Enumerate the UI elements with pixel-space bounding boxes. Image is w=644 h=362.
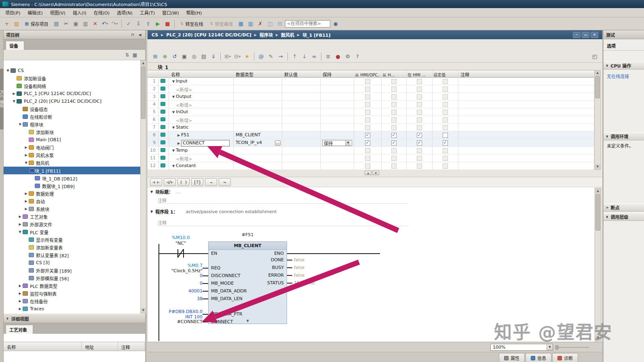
- interface-row-4[interactable]: 4<新增>: [148, 101, 594, 108]
- tree-item-group-electric-valve[interactable]: ▶电动阀门: [4, 144, 140, 151]
- snapshot-button[interactable]: ◎: [190, 52, 198, 61]
- scroll-up-icon[interactable]: ▲: [595, 188, 601, 194]
- expander-icon[interactable]: ▶: [11, 92, 17, 95]
- in-hmi-checkbox[interactable]: [417, 102, 422, 107]
- name-cell[interactable]: ▼Temp: [169, 147, 234, 155]
- section-breakpoints[interactable]: >断点: [604, 203, 644, 212]
- comment-cell[interactable]: [458, 139, 594, 147]
- in-hmi-checkbox[interactable]: [417, 133, 422, 138]
- menu-item[interactable]: 插入(I): [69, 8, 90, 17]
- start-search-button[interactable]: ▥: [246, 19, 255, 28]
- expander-icon[interactable]: ▶: [17, 299, 23, 303]
- contact-operand[interactable]: %M10.0: [156, 235, 206, 240]
- column-header-2[interactable]: 数据类型: [234, 70, 282, 78]
- split-horizontal-button[interactable]: ◫: [266, 19, 274, 28]
- operand-disconnect[interactable]: 0: [148, 273, 203, 278]
- go-online-button[interactable]: ↯转至在线: [177, 19, 206, 28]
- info-tab[interactable]: 信息: [526, 353, 551, 362]
- retain-cell[interactable]: [321, 108, 354, 116]
- expander-icon[interactable]: ▼: [11, 99, 17, 103]
- download-button[interactable]: ⇩: [134, 19, 143, 28]
- expander-icon[interactable]: ▶: [176, 142, 181, 145]
- retain-cell[interactable]: [321, 155, 354, 162]
- in-hmi-checkbox[interactable]: [417, 94, 422, 99]
- type-cell[interactable]: [234, 108, 282, 116]
- scroll-down-icon[interactable]: ▼: [141, 308, 146, 313]
- name-cell[interactable]: <新增>: [169, 101, 234, 108]
- retain-dropdown[interactable]: 保持▼: [322, 140, 352, 146]
- interface-row-11[interactable]: 11<新增>: [148, 155, 594, 162]
- minimize-button[interactable]: ─: [573, 32, 581, 38]
- plc-programming-tab[interactable]: PLC 编程: [0, 69, 4, 129]
- retain-cell[interactable]: [321, 93, 354, 101]
- split-vertical-button[interactable]: ⊟: [275, 19, 284, 28]
- default-value-cell[interactable]: [282, 78, 321, 85]
- tree-item-external-digital[interactable]: 外部开关量 [189]: [4, 267, 140, 274]
- name-edit-field[interactable]: CONNECT: [181, 140, 230, 146]
- default-value-cell[interactable]: [282, 131, 321, 139]
- hmi-opc-checkbox[interactable]: [365, 94, 370, 99]
- menu-item[interactable]: 窗口(W): [158, 8, 182, 17]
- comment-cell[interactable]: [458, 101, 594, 108]
- type-cell[interactable]: [234, 78, 282, 85]
- interface-row-6[interactable]: 6<新增>: [148, 116, 594, 124]
- expander-icon[interactable]: ▼: [17, 123, 23, 126]
- column-header-4[interactable]: 保持: [321, 70, 354, 78]
- comment-cell[interactable]: [458, 124, 594, 131]
- monitor-toggle-button[interactable]: ∞: [310, 52, 319, 61]
- hmi-opc-checkbox[interactable]: [365, 117, 370, 123]
- scroll-thumb[interactable]: [595, 194, 600, 231]
- column-header-6[interactable]: 从 H...: [382, 70, 407, 78]
- setpoint-checkbox[interactable]: [443, 148, 448, 153]
- from-hmi-checkbox[interactable]: [391, 87, 397, 92]
- section-call-environment[interactable]: ∨调用环境: [604, 132, 644, 140]
- column-header-3[interactable]: 默认值: [282, 70, 321, 78]
- comment-cell[interactable]: [458, 116, 594, 124]
- name-cell[interactable]: <新增>: [169, 116, 234, 124]
- hmi-opc-checkbox[interactable]: [365, 87, 370, 92]
- tree-item-group-data-processing[interactable]: ▶数据处理: [4, 190, 140, 197]
- add-row-button[interactable]: ⊕: [160, 52, 169, 61]
- interface-row-3[interactable]: 3▼Output: [148, 93, 594, 101]
- type-cell[interactable]: [234, 155, 282, 162]
- print-button[interactable]: ▤: [52, 19, 61, 28]
- breadcrumb-item[interactable]: 鼓风机: [281, 32, 294, 38]
- setpoint-checkbox[interactable]: [443, 156, 448, 161]
- tree-item-plc2[interactable]: ▼PLC_2 (20) [CPU 1214C DC/DC/DC]: [4, 97, 140, 105]
- tree-item-group-blower[interactable]: ▼鼓风机: [4, 159, 140, 167]
- keep-actual-values-button[interactable]: ▣: [180, 52, 189, 61]
- properties-tab[interactable]: 属性: [499, 353, 525, 362]
- chevron-down-icon[interactable]: ▼: [345, 140, 351, 146]
- insert-row-button[interactable]: ⊞: [151, 52, 160, 61]
- hmi-opc-checkbox[interactable]: [365, 163, 370, 169]
- compile-button[interactable]: ✓: [124, 19, 133, 28]
- technology-objects-tab[interactable]: 工艺对象: [6, 325, 33, 334]
- cut-button[interactable]: ✂: [61, 19, 70, 28]
- tree-scrollbar[interactable]: ▲ ▼: [140, 60, 146, 313]
- section-call-hierarchy[interactable]: ∨调用层级: [604, 213, 644, 221]
- retain-cell[interactable]: [321, 78, 354, 85]
- save-project-button[interactable]: ▦保存项目: [22, 19, 51, 28]
- hmi-opc-checkbox[interactable]: [365, 125, 370, 130]
- setpoint-checkbox[interactable]: [443, 110, 448, 115]
- interface-row-12[interactable]: 12▼Constant: [148, 162, 594, 170]
- in-hmi-checkbox[interactable]: [417, 148, 422, 153]
- tree-item-data-block-1-db9[interactable]: 数据块_1 [DB9]: [4, 182, 140, 190]
- expander-icon[interactable]: ▶: [23, 153, 29, 157]
- name-cell[interactable]: ▼Static: [169, 124, 234, 131]
- in-hmi-checkbox[interactable]: [417, 163, 422, 169]
- copy-button[interactable]: ▣: [71, 19, 80, 28]
- expander-icon[interactable]: ▶: [17, 284, 23, 288]
- close-branch-button[interactable]: ↪: [219, 178, 231, 186]
- detail-column-2[interactable]: 地址: [82, 342, 118, 351]
- go-offline-button[interactable]: ↯转至离线: [207, 19, 236, 28]
- tree-item-group-auto[interactable]: ▶自动: [4, 197, 140, 205]
- tree-item-plc1[interactable]: ▶PLC_1 [CPU 1214C DC/DC/DC]: [4, 90, 140, 97]
- operand-mb-data-len[interactable]: 38: [148, 296, 203, 301]
- reset-start-values-button[interactable]: ↺: [170, 52, 179, 61]
- instance-reference[interactable]: #F51: [208, 232, 287, 237]
- section-cpu-operator-panel[interactable]: ∨CPU 操作: [604, 61, 644, 70]
- default-value-cell[interactable]: [282, 101, 321, 108]
- accessible-devices-button[interactable]: ▦: [236, 19, 245, 28]
- hmi-opc-checkbox[interactable]: [365, 79, 370, 84]
